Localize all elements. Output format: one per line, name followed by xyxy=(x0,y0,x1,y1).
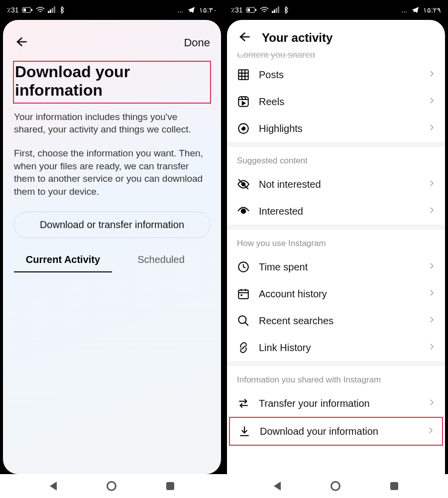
svg-rect-10 xyxy=(272,11,273,13)
wifi-icon xyxy=(260,6,269,13)
section-cutoff-label: Content you shared xyxy=(227,53,445,61)
intro-para-1: Your information includes things you've … xyxy=(3,106,221,136)
svg-rect-5 xyxy=(52,8,53,13)
telegram-icon xyxy=(187,6,195,14)
list-item[interactable]: Download your information xyxy=(230,418,442,445)
chevron-right-icon xyxy=(427,206,436,217)
intro-para-2: First, choose the information you want. … xyxy=(3,142,221,198)
list-item-label: Account history xyxy=(259,288,418,300)
battery-text: ٪31 xyxy=(7,6,19,14)
status-dots: ... xyxy=(401,6,407,14)
highlight-title-box: Download your information xyxy=(13,61,211,104)
list-item-label: Transfer your information xyxy=(259,398,418,409)
svg-rect-1 xyxy=(31,9,32,11)
svg-point-18 xyxy=(241,209,246,214)
svg-rect-15 xyxy=(238,97,248,107)
highlights-icon xyxy=(237,122,250,135)
svg-rect-12 xyxy=(276,8,277,13)
section-usage: How you use Instagram xyxy=(227,230,445,253)
section-divider xyxy=(227,142,445,147)
svg-rect-14 xyxy=(238,70,248,80)
section-info-shared: Information you shared with Instagram xyxy=(227,366,445,390)
svg-rect-6 xyxy=(54,6,55,13)
list-item[interactable]: Highlights xyxy=(227,115,445,142)
status-dots: ... xyxy=(177,6,183,14)
android-nav-bar xyxy=(224,474,448,498)
list-item-label: Reels xyxy=(259,96,418,108)
grid-icon xyxy=(237,68,250,81)
svg-rect-3 xyxy=(48,11,49,13)
list-item[interactable]: Not interested xyxy=(227,171,445,198)
page-title: Download your information xyxy=(15,63,207,100)
section-divider xyxy=(227,361,445,366)
chevron-right-icon xyxy=(427,261,436,272)
nav-recent[interactable] xyxy=(166,482,174,490)
list-item-label: Posts xyxy=(259,69,418,81)
list-item[interactable]: Reels xyxy=(227,88,445,115)
bluetooth-icon xyxy=(59,6,65,14)
nav-home[interactable] xyxy=(331,481,340,491)
signal-icon xyxy=(272,6,280,13)
nav-back[interactable] xyxy=(50,482,57,491)
list-item-label: Download your information xyxy=(260,426,417,437)
chevron-right-icon xyxy=(427,179,436,190)
tab-current-activity[interactable]: Current Activity xyxy=(14,249,112,272)
nav-recent[interactable] xyxy=(390,482,398,490)
bluetooth-icon xyxy=(283,6,289,14)
wifi-icon xyxy=(36,6,45,13)
battery-icon xyxy=(22,6,33,13)
list-item[interactable]: Time spent xyxy=(227,253,445,280)
tab-scheduled[interactable]: Scheduled xyxy=(112,249,210,272)
svg-rect-11 xyxy=(274,9,275,13)
svg-rect-8 xyxy=(255,9,256,11)
reels-icon xyxy=(237,95,250,108)
section-divider xyxy=(227,225,445,230)
list-item[interactable]: Posts xyxy=(227,61,445,88)
chevron-right-icon xyxy=(426,426,435,437)
svg-rect-20 xyxy=(238,290,248,298)
clock-icon xyxy=(237,260,250,273)
chevron-right-icon xyxy=(427,96,436,107)
list-item-label: Interested xyxy=(259,206,418,217)
download-icon xyxy=(238,425,251,438)
page-title: Your activity xyxy=(262,31,333,45)
transfer-icon xyxy=(237,397,250,410)
list-item[interactable]: Link History xyxy=(227,334,445,361)
status-bar-left: ٪31 ... ۱۵:۳۰ xyxy=(0,0,224,20)
list-item-label: Highlights xyxy=(259,123,418,134)
list-item[interactable]: Transfer your information xyxy=(227,390,445,417)
list-item-label: Not interested xyxy=(259,179,418,190)
list-item[interactable]: Interested xyxy=(227,198,445,225)
battery-icon xyxy=(246,6,257,13)
signal-icon xyxy=(48,6,56,13)
status-time: ۱۵:۳۰ xyxy=(199,6,217,14)
list-item[interactable]: Recent searches xyxy=(227,307,445,334)
chevron-right-icon xyxy=(427,123,436,134)
nav-back[interactable] xyxy=(274,482,281,491)
chevron-right-icon xyxy=(427,342,436,353)
battery-text: ٪31 xyxy=(231,6,243,14)
nav-home[interactable] xyxy=(107,481,116,491)
android-nav-bar xyxy=(0,474,224,498)
download-transfer-button[interactable]: Download or transfer information xyxy=(14,212,210,238)
list-item-label: Time spent xyxy=(259,261,418,273)
back-button[interactable] xyxy=(237,30,251,46)
search-icon xyxy=(237,314,250,327)
svg-rect-9 xyxy=(247,8,250,11)
telegram-icon xyxy=(411,6,419,14)
chevron-right-icon xyxy=(427,69,436,80)
eye-icon xyxy=(237,205,250,218)
list-item[interactable]: Account history xyxy=(227,280,445,307)
done-button[interactable]: Done xyxy=(184,36,210,49)
svg-rect-21 xyxy=(241,294,242,296)
back-button[interactable] xyxy=(14,35,28,51)
chevron-right-icon xyxy=(427,398,436,409)
status-bar-right: ٪31 ... ۱۵:۲۹ xyxy=(224,0,448,20)
svg-rect-2 xyxy=(23,8,26,11)
svg-point-22 xyxy=(238,316,246,323)
calendar-icon xyxy=(237,287,250,300)
status-time: ۱۵:۲۹ xyxy=(423,6,441,14)
svg-rect-4 xyxy=(50,9,51,13)
chevron-right-icon xyxy=(427,315,436,326)
chevron-right-icon xyxy=(427,288,436,299)
